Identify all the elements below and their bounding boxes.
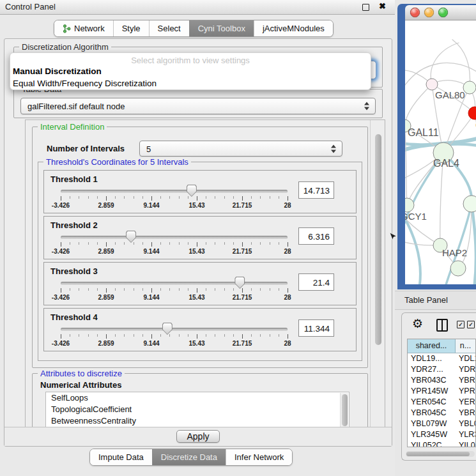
threshold-value-field[interactable]: 14.713 [298, 181, 334, 199]
threshold-value-field[interactable]: 6.316 [298, 227, 334, 245]
network-edge[interactable] [405, 126, 407, 205]
vertical-scrollbar-thumb[interactable] [375, 134, 381, 345]
tick-mark [279, 242, 279, 245]
slider-thumb-face [163, 323, 172, 334]
attribute-list-item[interactable]: BetweennessCentrality [46, 415, 349, 427]
network-view-window[interactable]: GAL80GACGAL11GAL4HGCY1HAP2 [397, 4, 476, 289]
tick-mark [88, 196, 89, 199]
column-header[interactable]: shared... [408, 339, 456, 353]
tick-mark [61, 288, 61, 293]
table-cell: YDR27... [408, 364, 455, 375]
tick-mark [151, 196, 152, 201]
table-row[interactable]: YER054CYER0 [408, 397, 475, 408]
screen: Control Panel ✖ NetworkStyleSelectCyni T… [0, 0, 476, 476]
scrollbar-thumb[interactable] [342, 394, 348, 426]
slider-thumb[interactable] [234, 277, 245, 289]
tab-select[interactable]: Select [149, 20, 189, 36]
network-node[interactable] [463, 196, 476, 212]
horizontal-scrollbar[interactable] [406, 451, 475, 457]
tick-mark [279, 288, 279, 291]
tick-label: 21.715 [233, 202, 252, 209]
tab-cyni-toolbox[interactable]: Cyni Toolbox [189, 20, 254, 36]
column-header[interactable]: n... [456, 339, 475, 353]
network-node[interactable] [426, 79, 438, 90]
zoom-traffic-light[interactable] [438, 8, 448, 17]
table-row[interactable]: YBL079WYBL0 [408, 418, 475, 429]
apply-button[interactable]: Apply [176, 430, 219, 443]
numerical-attributes-label: Numerical Attributes [40, 380, 121, 390]
table-header-row: shared...n... [408, 339, 475, 353]
threshold-slider[interactable]: -3.4262.8599.14415.4321.71528 [61, 309, 288, 351]
table-row[interactable]: YBR045CYBR0 [408, 408, 475, 418]
dropdown-option[interactable]: Manual Discretization [10, 65, 371, 77]
column-layout-icon[interactable] [436, 319, 448, 332]
slider-thumb[interactable] [126, 231, 136, 243]
tick-mark [206, 334, 206, 337]
table-row[interactable]: YBR043CYBR0 [408, 375, 475, 386]
numerical-attributes-list[interactable]: SelfLoopsTopologicalCoefficientBetweenne… [45, 392, 349, 428]
checkbox-icon[interactable]: ✓ [467, 321, 475, 328]
node-attribute-table[interactable]: shared...n... YDL19...YDL1YDR27...YDR2YB… [407, 339, 476, 447]
table-row[interactable]: YDL19...YDL1 [408, 353, 475, 364]
tick-mark [61, 334, 61, 339]
dropdown-option[interactable]: Equal Width/Frequency Discretization [10, 77, 371, 89]
number-of-intervals-combobox[interactable]: 5 [139, 141, 342, 157]
attribute-list-item[interactable]: SelfLoops [46, 392, 349, 404]
gear-icon[interactable]: ⚙ [412, 316, 423, 332]
mouse-cursor [389, 233, 397, 241]
threshold-slider[interactable]: -3.4262.8599.14415.4321.71528 [61, 217, 288, 259]
table-row[interactable]: YLR345WYLR3 [408, 429, 475, 440]
tick-mark [197, 196, 197, 201]
table-data-combobox[interactable]: galFiltered.sif default node [20, 98, 376, 114]
tab-label: Impute Data [98, 452, 144, 462]
combo-stepper-icon[interactable] [364, 102, 370, 111]
table-cell: YDL1 [455, 353, 475, 364]
tick-mark [169, 288, 170, 291]
tick-mark [115, 288, 116, 291]
attributes-list-scrollbar[interactable] [340, 393, 348, 428]
number-of-intervals-value: 5 [146, 144, 151, 153]
table-row[interactable]: YDR27...YDR2 [408, 364, 475, 375]
tab-impute-data[interactable]: Impute Data [90, 449, 152, 465]
tick-mark [179, 288, 180, 291]
tick-mark [251, 242, 252, 245]
tick-mark [134, 196, 134, 199]
combo-stepper-icon[interactable] [331, 144, 337, 153]
tick-mark [206, 288, 206, 291]
network-edge[interactable] [472, 204, 476, 284]
tick-mark [124, 334, 125, 337]
checkbox-icon[interactable]: ✓ [457, 321, 464, 328]
threshold-value-field[interactable]: 11.344 [298, 319, 334, 337]
tick-mark [224, 334, 225, 337]
network-node[interactable] [450, 261, 466, 276]
scrollbar-thumb[interactable] [406, 452, 470, 456]
slider-thumb[interactable] [162, 323, 173, 335]
close-icon[interactable]: ✖ [379, 1, 386, 11]
table-row[interactable]: YPR145WYPR1 [408, 386, 475, 397]
tick-mark [188, 196, 188, 199]
slider-thumb[interactable] [187, 185, 197, 197]
float-window-icon[interactable] [362, 4, 369, 11]
tick-mark [88, 288, 89, 291]
threshold-slider[interactable]: -3.4262.8599.14415.4321.71528 [61, 171, 288, 213]
tab-jactivemnodules[interactable]: jActiveMNodules [254, 20, 333, 36]
close-traffic-light[interactable] [410, 8, 420, 17]
network-canvas[interactable]: GAL80GACGAL11GAL4HGCY1HAP2 [405, 20, 476, 284]
threshold-slider[interactable]: -3.4262.8599.14415.4321.71528 [61, 263, 288, 305]
tick-label: 28 [284, 294, 291, 301]
tab-discretize-data[interactable]: Discretize Data [152, 449, 226, 465]
threshold-list: Threshold 1-3.4262.8599.14415.4321.71528… [43, 170, 357, 354]
tab-infer-network[interactable]: Infer Network [226, 449, 292, 465]
network-node[interactable] [463, 81, 476, 94]
network-edge[interactable] [405, 84, 432, 126]
tab-network[interactable]: Network [54, 20, 113, 36]
group-title-interval-definition: Interval Definition [38, 122, 107, 132]
tick-mark [151, 242, 152, 247]
attribute-list-item[interactable]: TopologicalCoefficient [46, 404, 349, 415]
table-row[interactable]: YIL052CYIL0 [408, 440, 475, 447]
table-panel-body: ⚙ ✓ ✓ shared...n... YDL19...YDL1YDR27...… [401, 312, 476, 461]
minimize-traffic-light[interactable] [424, 8, 434, 17]
threshold-value-field[interactable]: 21.4 [298, 273, 334, 291]
tab-style[interactable]: Style [113, 20, 149, 36]
network-node[interactable] [405, 198, 414, 212]
